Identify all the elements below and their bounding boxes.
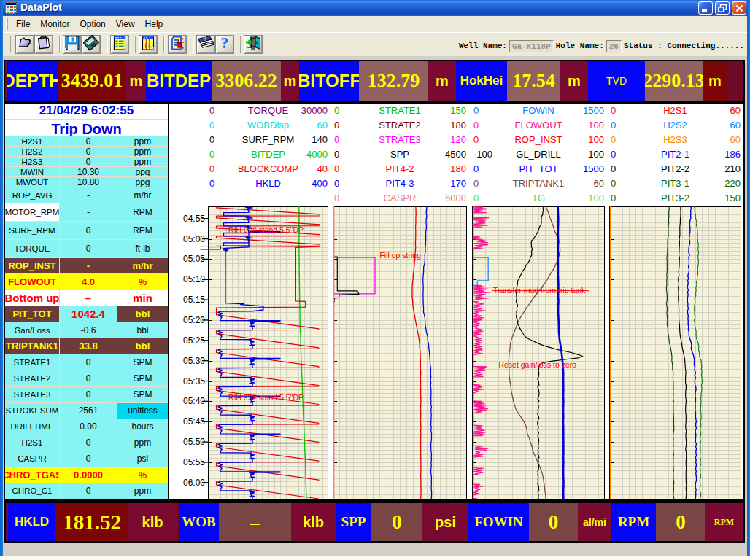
annotation-text: RIH 90# stand 5.5"DP bbox=[228, 225, 304, 234]
legend-min: 0 bbox=[209, 149, 214, 160]
param-row-h2s1: H2S10ppm bbox=[5, 435, 168, 451]
legend-min: 0 bbox=[334, 134, 339, 145]
param-unit: SPM bbox=[117, 387, 168, 403]
param-unit: m/hr bbox=[117, 258, 168, 274]
exit-button[interactable] bbox=[244, 35, 263, 54]
legend-max: 150 bbox=[450, 105, 466, 116]
param-row-bottom-up: Bottom up–min bbox=[5, 290, 168, 306]
param-unit: bbl bbox=[117, 306, 168, 322]
param-label: STROKESUM bbox=[5, 403, 60, 419]
menu-file[interactable]: File bbox=[11, 16, 35, 32]
legend-name-FLOWOUT: FLOWOUT bbox=[515, 120, 562, 131]
param-label: ROP_AVG bbox=[5, 187, 60, 203]
legend-min: 0 bbox=[334, 105, 339, 116]
banner-value-330622: 3306.22 bbox=[212, 61, 281, 101]
legend-name-ROP_INST: ROP_INST bbox=[514, 134, 562, 145]
window-title: DataPlot bbox=[20, 1, 62, 13]
window-border-left bbox=[0, 0, 3, 556]
menu-option[interactable]: Option bbox=[74, 16, 110, 32]
param-unit: min bbox=[117, 290, 168, 306]
legend-min: 0 bbox=[611, 134, 616, 145]
banner-unit-klb: klb bbox=[128, 503, 177, 541]
bottom-edge bbox=[0, 556, 750, 560]
annotation-text: Reset gain/loss to zero bbox=[498, 360, 576, 369]
menubar-grip[interactable] bbox=[6, 18, 8, 30]
banner-unit-rpm: RPM bbox=[705, 503, 743, 541]
folder-button[interactable] bbox=[34, 35, 53, 54]
alarm-report-icon bbox=[169, 35, 185, 54]
legend-name-TG: TG bbox=[532, 192, 545, 203]
menu-view[interactable]: View bbox=[111, 16, 140, 32]
legend-name-WOBDisp: WOBDisp bbox=[247, 120, 289, 131]
titlebar[interactable]: DataPlot bbox=[0, 0, 750, 16]
param-value: 0 bbox=[60, 136, 117, 147]
help-book-button[interactable]: ? bbox=[196, 35, 215, 54]
param-value: 10.80 bbox=[60, 177, 117, 187]
legend-max: 100 bbox=[588, 149, 604, 160]
legend-max: 186 bbox=[724, 149, 741, 160]
about-button[interactable]: ? bbox=[215, 35, 234, 54]
legend-max: 180 bbox=[450, 120, 466, 131]
legend-max: 100 bbox=[588, 134, 604, 145]
annotation-text: Fill up string bbox=[379, 251, 421, 260]
disk-button[interactable] bbox=[82, 35, 101, 54]
param-row-mwout: MWOUT10.80ppg bbox=[5, 177, 168, 187]
minimize-button[interactable] bbox=[698, 1, 713, 15]
open-button[interactable] bbox=[15, 35, 34, 54]
param-row-rop-inst: ROP_INST-m/hr bbox=[5, 258, 168, 274]
status-strip bbox=[0, 543, 750, 556]
legend-name-H2S1: H2S1 bbox=[663, 105, 687, 116]
well-name-field[interactable]: Ga-K118P bbox=[509, 40, 554, 52]
banner-unit-m: m bbox=[281, 61, 299, 101]
legend-name-H2S3: H2S3 bbox=[663, 134, 687, 145]
param-unit: RPM bbox=[117, 222, 168, 240]
hole-name-field[interactable]: 26 bbox=[606, 40, 622, 52]
legend-max: 4500 bbox=[445, 149, 466, 160]
close-button[interactable] bbox=[732, 1, 746, 15]
dataplot-window: DataPlot FileMonitorOptionViewHelp ?? We… bbox=[0, 0, 750, 560]
report-button[interactable] bbox=[110, 35, 129, 54]
legend-name-PIT2-1: PIT2-1 bbox=[661, 149, 689, 160]
param-unit: % bbox=[117, 274, 168, 290]
plot-setup-button[interactable] bbox=[139, 35, 158, 54]
time-label-05:50: 05:50 bbox=[183, 437, 205, 447]
legend-min: 0 bbox=[209, 105, 214, 116]
param-label: TORQUE bbox=[5, 240, 60, 258]
legend-name-STRATE1: STRATE1 bbox=[379, 105, 421, 116]
parameter-panel: 21/04/29 6:02:55 Trip Down H2S10ppmH2S20… bbox=[5, 104, 169, 499]
disk-icon bbox=[83, 35, 99, 54]
time-label-04:55: 04:55 bbox=[183, 214, 205, 224]
report-icon bbox=[112, 35, 128, 54]
param-row-mwin: MWIN10.30ppg bbox=[5, 167, 168, 177]
banner-value-0: 0 bbox=[529, 503, 578, 541]
legend-name-TRIPTANK1: TRIPTANK1 bbox=[513, 178, 565, 189]
banner-unit-almi: al/mi bbox=[578, 503, 611, 541]
legend-max: 210 bbox=[724, 163, 741, 174]
svg-text:?: ? bbox=[202, 35, 207, 43]
svg-text:?: ? bbox=[221, 35, 229, 51]
param-row-chro-tgas: CHRO_TGAS0.0000% bbox=[5, 467, 168, 483]
legend-max: 220 bbox=[724, 178, 741, 189]
restore-button[interactable] bbox=[715, 1, 730, 15]
menu-help[interactable]: Help bbox=[140, 16, 169, 32]
alarm-report-button[interactable] bbox=[168, 35, 187, 54]
toolbar-grip[interactable] bbox=[9, 36, 11, 52]
param-value: 0 bbox=[60, 451, 117, 467]
param-unit: ppm bbox=[117, 157, 168, 167]
strip-chart-area[interactable]: 0TORQUE300000WOBDisp600SURF_RPM1400BITDE… bbox=[171, 104, 746, 499]
param-label: CHRO_C1 bbox=[5, 483, 60, 499]
legend-min: 0 bbox=[334, 192, 339, 203]
param-value: 0 bbox=[60, 435, 117, 451]
param-unit: ppm bbox=[117, 147, 168, 157]
legend-max: 1500 bbox=[583, 163, 604, 174]
banner-label-rpm: RPM bbox=[611, 503, 656, 541]
param-label: MOTOR_RPM bbox=[5, 203, 60, 222]
datetime-display: 21/04/29 6:02:55 bbox=[5, 104, 168, 120]
menu-monitor[interactable]: Monitor bbox=[35, 16, 74, 32]
param-value: 0.00 bbox=[60, 419, 117, 435]
legend-min: 0 bbox=[209, 163, 214, 174]
param-label: CHRO_TGAS bbox=[5, 467, 60, 483]
param-label: H2S2 bbox=[5, 147, 60, 157]
param-label: Bottom up bbox=[5, 290, 60, 306]
save-button[interactable] bbox=[63, 35, 82, 54]
